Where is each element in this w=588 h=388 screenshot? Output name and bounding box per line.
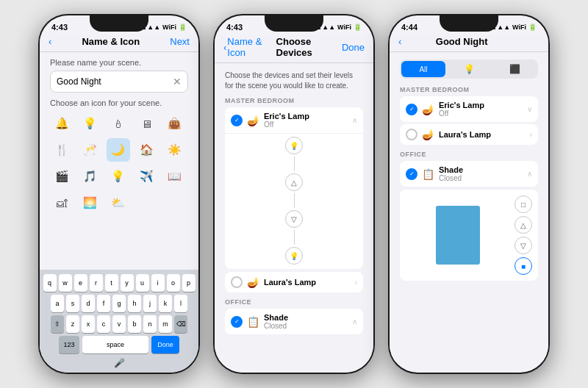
tab-all[interactable]: All — [401, 61, 445, 77]
nav-back-2[interactable]: ‹ Name & Icon — [223, 36, 276, 58]
key-c[interactable]: c — [97, 315, 110, 333]
nav-back-1[interactable]: ‹ — [49, 36, 51, 47]
check-shade-3[interactable] — [406, 168, 417, 180]
expand-lauras[interactable]: › — [355, 279, 357, 287]
icon-tv[interactable]: 🖥 — [135, 112, 158, 135]
expand-erics-3[interactable]: ∨ — [527, 105, 532, 113]
key-delete[interactable]: ⌫ — [174, 315, 187, 333]
expand-shade-3[interactable]: ∧ — [527, 170, 532, 178]
content-3: All 💡 ⬛ MASTER BEDROOM 🪔 Eric's Lamp Off… — [390, 52, 548, 362]
check-lauras-lamp[interactable] — [231, 276, 243, 288]
lamp-icon-4: 🪔 — [422, 129, 434, 140]
key-i[interactable]: i — [151, 274, 165, 292]
key-t[interactable]: t — [105, 274, 118, 292]
key-s[interactable]: s — [66, 295, 79, 312]
room-office: OFFICE 📋 Shade Closed ∧ — [225, 298, 363, 334]
nav-back-3[interactable]: ‹ — [398, 36, 401, 47]
nav-bar-2: ‹ Name & Icon Choose Devices Done — [215, 35, 373, 63]
phone3: 4:44 ▲▲▲ WiFi 🔋 ‹ Good Night All 💡 ⬛ MAS… — [388, 14, 550, 374]
device-erics-lamp[interactable]: 🪔 Eric's Lamp Off ∧ 💡 △ — [225, 107, 363, 269]
device-lauras-lamp[interactable]: 🪔 Laura's Lamp › — [225, 272, 363, 292]
key-f[interactable]: f — [97, 295, 110, 312]
keyboard[interactable]: q w e r t y u i o p a s d f g h j k l — [40, 270, 198, 373]
key-a[interactable]: a — [51, 295, 64, 312]
check-lauras-3[interactable] — [406, 129, 417, 140]
icon-bulb[interactable]: 💡 — [78, 112, 101, 135]
slider-triangle-down[interactable]: ▽ — [285, 210, 303, 228]
icon-cloud[interactable]: ⛅ — [107, 191, 130, 215]
key-b[interactable]: b — [128, 315, 141, 333]
device-erics-lamp-3[interactable]: 🪔 Eric's Lamp Off ∨ — [400, 96, 538, 122]
key-d[interactable]: d — [82, 295, 95, 312]
icon-bulb2[interactable]: 💡 — [107, 165, 130, 188]
device-info-lauras: Laura's Lamp — [264, 278, 355, 287]
key-l[interactable]: l — [174, 295, 187, 312]
icon-home[interactable]: 🏠 — [135, 138, 158, 162]
icon-sunrise[interactable]: 🌅 — [78, 191, 101, 215]
expand-lauras-3[interactable]: › — [530, 131, 532, 139]
icon-moon[interactable]: 🌙 — [107, 138, 130, 162]
nav-next-1[interactable]: Next — [170, 36, 190, 47]
content-2: Choose the devices and set their levels … — [215, 63, 373, 373]
icon-music[interactable]: 🎵 — [78, 165, 101, 188]
expand-shade[interactable]: ∧ — [352, 317, 357, 326]
key-m[interactable]: m — [159, 315, 172, 333]
expand-erics[interactable]: ∧ — [352, 116, 357, 124]
key-n[interactable]: n — [143, 315, 157, 333]
key-k[interactable]: k — [159, 295, 172, 312]
device-shade-3[interactable]: 📋 Shade Closed ∧ — [400, 161, 538, 187]
nav-done-2[interactable]: Done — [342, 42, 365, 53]
shade-btn-down[interactable]: ▽ — [514, 237, 532, 254]
key-j[interactable]: j — [143, 295, 157, 312]
key-space[interactable]: space — [82, 336, 148, 353]
key-done[interactable]: Done — [151, 336, 179, 353]
icon-sun[interactable]: ☀️ — [163, 138, 187, 162]
icon-grid: 🔔 💡 🕯 🖥 👜 🍴 🥂 🌙 🏠 ☀️ 🎬 🎵 💡 ✈️ 📖 🛋 🌅 ⛅ — [50, 112, 188, 215]
key-r[interactable]: r — [90, 274, 103, 292]
check-shade[interactable] — [231, 316, 243, 328]
device-shade[interactable]: 📋 Shade Closed ∧ — [225, 309, 363, 334]
icon-bell[interactable]: 🔔 — [50, 112, 74, 135]
icon-bag[interactable]: 👜 — [163, 112, 187, 135]
shade-name: Shade — [264, 313, 352, 322]
scene-input-field[interactable]: Good Night ✕ — [50, 71, 188, 93]
key-g[interactable]: g — [112, 295, 126, 312]
shade-btn-up[interactable]: △ — [514, 216, 532, 234]
shade-controls: □ △ ▽ ■ — [514, 195, 532, 275]
key-h[interactable]: h — [128, 295, 141, 312]
device-lauras-lamp-3[interactable]: 🪔 Laura's Lamp › — [400, 124, 538, 145]
icon-fork[interactable]: 🍴 — [50, 138, 74, 162]
icon-book[interactable]: 📖 — [163, 165, 187, 188]
wifi-icon-2: WiFi — [337, 24, 351, 31]
key-q[interactable]: q — [43, 274, 57, 292]
shade-btn-square[interactable]: □ — [514, 195, 532, 213]
key-o[interactable]: o — [167, 274, 180, 292]
info-shade-3: Shade Closed — [439, 165, 527, 182]
icon-movie[interactable]: 🎬 — [50, 165, 74, 188]
shade-btn-fill[interactable]: ■ — [514, 257, 532, 275]
key-w[interactable]: w — [59, 274, 72, 292]
key-v[interactable]: v — [112, 315, 126, 333]
check-erics-lamp[interactable] — [231, 115, 243, 126]
key-e[interactable]: e — [74, 274, 87, 292]
icon-label: Choose an icon for your scene. — [50, 98, 188, 107]
key-z[interactable]: z — [66, 315, 79, 333]
key-x[interactable]: x — [82, 315, 95, 333]
icon-plane[interactable]: ✈️ — [135, 165, 158, 188]
icon-glass[interactable]: 🥂 — [78, 138, 101, 162]
tab-light[interactable]: 💡 — [447, 61, 491, 77]
key-shift[interactable]: ⇧ — [51, 315, 64, 333]
icon-sofa[interactable]: 🛋 — [50, 191, 74, 215]
key-u[interactable]: u — [136, 274, 149, 292]
section-header-office-3: OFFICE — [400, 151, 538, 158]
key-123[interactable]: 123 — [59, 336, 79, 353]
key-p[interactable]: p — [182, 274, 196, 292]
icon-candle[interactable]: 🕯 — [107, 112, 130, 135]
erics-lamp-status: Off — [264, 121, 352, 129]
check-erics-3[interactable] — [406, 104, 417, 115]
key-y[interactable]: y — [121, 274, 134, 292]
clear-button[interactable]: ✕ — [173, 76, 182, 87]
tab-shade[interactable]: ⬛ — [492, 61, 537, 77]
shade-status: Closed — [264, 322, 352, 330]
slider-triangle-up[interactable]: △ — [285, 173, 303, 191]
